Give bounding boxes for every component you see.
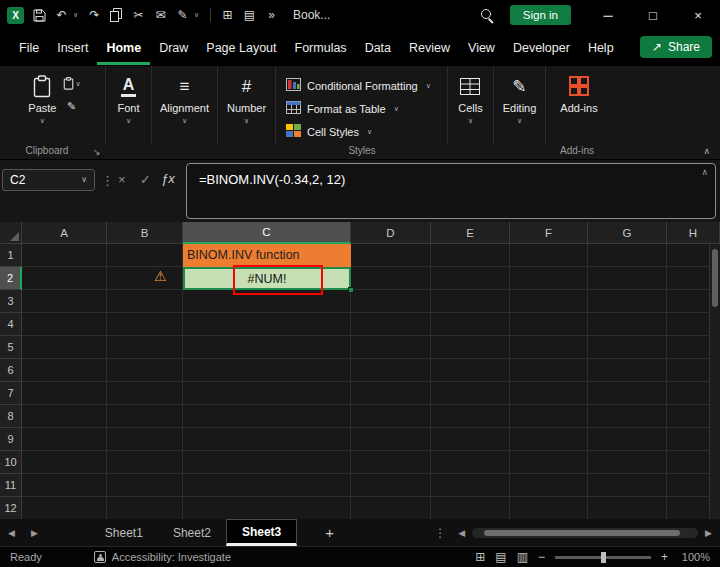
tab-home[interactable]: Home [97, 31, 150, 65]
row-header-12[interactable]: 12 [0, 497, 22, 520]
cell-D6[interactable] [351, 359, 431, 382]
undo-icon[interactable]: ↶ [51, 3, 72, 27]
cell-A10[interactable] [22, 451, 107, 474]
cell-A8[interactable] [22, 405, 107, 428]
save-icon[interactable] [29, 3, 50, 27]
excel-logo-icon[interactable]: X [7, 7, 24, 24]
cell-D11[interactable] [351, 474, 431, 497]
cell-B12[interactable] [107, 497, 183, 520]
formula-bar-handle-icon[interactable]: ⋮ [101, 173, 114, 188]
copy-icon[interactable] [106, 3, 127, 27]
cell-C8[interactable] [183, 405, 351, 428]
cell-E7[interactable] [431, 382, 510, 405]
cell-D12[interactable] [351, 497, 431, 520]
sheet-tab-sheet2[interactable]: Sheet2 [158, 519, 226, 546]
sheetbar-more-icon[interactable]: ⋮ [424, 526, 456, 540]
cell-styles-button[interactable]: Cell Styles ∨ [286, 120, 447, 143]
cell-B7[interactable] [107, 382, 183, 405]
hscroll-thumb[interactable] [484, 530, 680, 536]
cell-B5[interactable] [107, 336, 183, 359]
cell-F3[interactable] [510, 290, 588, 313]
cell-F9[interactable] [510, 428, 588, 451]
sheet-nav-left-icon[interactable]: ◀ [0, 528, 23, 538]
column-header-B[interactable]: B [107, 222, 183, 244]
close-button[interactable]: × [676, 0, 720, 30]
insert-function-icon[interactable]: ƒx [161, 171, 175, 186]
sign-in-button[interactable]: Sign in [510, 5, 571, 25]
cell-G12[interactable] [588, 497, 667, 520]
table-icon[interactable]: ⊞ [217, 3, 238, 27]
cell-E1[interactable] [431, 244, 510, 267]
zoom-out-icon[interactable]: − [538, 550, 545, 564]
tab-review[interactable]: Review [400, 31, 459, 65]
zoom-slider-thumb[interactable] [601, 552, 606, 563]
cell-F10[interactable] [510, 451, 588, 474]
cell-A9[interactable] [22, 428, 107, 451]
cell-F8[interactable] [510, 405, 588, 428]
error-warning-icon[interactable]: ⚠ [154, 269, 167, 283]
page-layout-view-icon[interactable]: ▤ [495, 550, 506, 564]
cell-D7[interactable] [351, 382, 431, 405]
cell-G8[interactable] [588, 405, 667, 428]
row-header-2[interactable]: 2 [0, 267, 22, 290]
format-painter-icon[interactable]: ✎ [67, 100, 76, 113]
cell-B11[interactable] [107, 474, 183, 497]
cell-E2[interactable] [431, 267, 510, 290]
cell-A7[interactable] [22, 382, 107, 405]
row-header-8[interactable]: 8 [0, 405, 22, 428]
cell-G1[interactable] [588, 244, 667, 267]
tab-page-layout[interactable]: Page Layout [197, 31, 285, 65]
cell-E10[interactable] [431, 451, 510, 474]
cell-D3[interactable] [351, 290, 431, 313]
cell-F7[interactable] [510, 382, 588, 405]
cut-icon[interactable]: ✂ [128, 3, 149, 27]
name-box[interactable]: C2 ∨ [2, 169, 95, 191]
cancel-icon[interactable]: × [118, 172, 126, 187]
cell-B10[interactable] [107, 451, 183, 474]
row-header-10[interactable]: 10 [0, 451, 22, 474]
cell-C1-title[interactable]: BINOM.INV function [183, 244, 351, 267]
tab-developer[interactable]: Developer [504, 31, 579, 65]
cell-A6[interactable] [22, 359, 107, 382]
add-sheet-icon[interactable]: + [325, 524, 334, 541]
cell-G11[interactable] [588, 474, 667, 497]
hscroll-left-icon[interactable]: ◀ [456, 528, 467, 538]
cell-G7[interactable] [588, 382, 667, 405]
cell-C10[interactable] [183, 451, 351, 474]
cell-D10[interactable] [351, 451, 431, 474]
cell-F11[interactable] [510, 474, 588, 497]
cell-A11[interactable] [22, 474, 107, 497]
cell-C2-selected[interactable]: #NUM! [183, 267, 351, 290]
maximize-button[interactable]: □ [631, 0, 675, 30]
tab-draw[interactable]: Draw [150, 31, 197, 65]
conditional-formatting-button[interactable]: Conditional Formatting ∨ [286, 74, 447, 97]
search-icon[interactable] [480, 8, 495, 23]
cell-F2[interactable] [510, 267, 588, 290]
name-box-dropdown-icon[interactable]: ∨ [81, 176, 87, 184]
cell-C12[interactable] [183, 497, 351, 520]
row-header-4[interactable]: 4 [0, 313, 22, 336]
cell-D9[interactable] [351, 428, 431, 451]
cell-A1[interactable] [22, 244, 107, 267]
draw-icon[interactable]: ✎ [172, 3, 193, 27]
cell-C6[interactable] [183, 359, 351, 382]
cell-B9[interactable] [107, 428, 183, 451]
cell-E4[interactable] [431, 313, 510, 336]
cell-A3[interactable] [22, 290, 107, 313]
hscroll-right-icon[interactable]: ▶ [703, 528, 714, 538]
cell-E12[interactable] [431, 497, 510, 520]
font-button[interactable]: A Font ∨ [113, 71, 143, 126]
enter-icon[interactable]: ✓ [140, 172, 151, 187]
tab-formulas[interactable]: Formulas [286, 31, 356, 65]
cell-D8[interactable] [351, 405, 431, 428]
cell-E5[interactable] [431, 336, 510, 359]
formula-bar-collapse-icon[interactable]: ∧ [701, 167, 708, 177]
cell-B3[interactable] [107, 290, 183, 313]
cell-E11[interactable] [431, 474, 510, 497]
select-all-corner[interactable] [0, 222, 22, 244]
layout-icon[interactable]: ▤ [239, 3, 260, 27]
cell-A5[interactable] [22, 336, 107, 359]
cell-E8[interactable] [431, 405, 510, 428]
row-header-5[interactable]: 5 [0, 336, 22, 359]
collapse-ribbon-icon[interactable]: ∧ [703, 146, 710, 156]
